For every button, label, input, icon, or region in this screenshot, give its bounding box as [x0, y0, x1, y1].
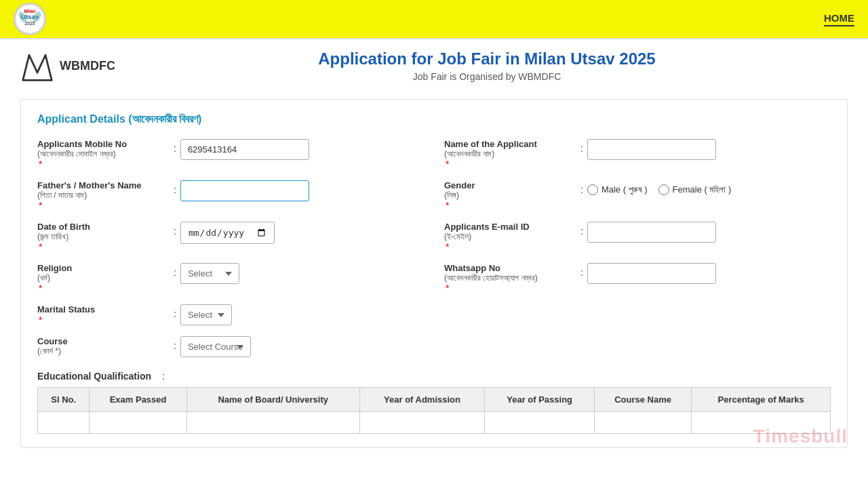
main-content: Applicant Details (আবেদনকারীর বিবরণ) App…: [0, 92, 868, 462]
whatsapp-input[interactable]: [587, 263, 716, 284]
mobile-label: Applicants Mobile No (আবেদনকারীর মোবাইল …: [37, 139, 170, 169]
dob-label: Date of Birth (জন্ম তারিখ) *: [37, 222, 170, 252]
religion-field-row: Religion (ধর্ম) * : Select Hinduism Isla…: [37, 263, 424, 293]
email-field-row: Applicants E-mail ID (ই-মেইল) * :: [444, 222, 831, 252]
fathers-field-row: Father's / Mother's Name (পিতা / মাতার ন…: [37, 180, 424, 211]
col-percentage: Percentage of Marks: [692, 388, 831, 412]
logo-area: Milan Utsav 2025: [14, 3, 46, 35]
religion-select[interactable]: Select Hinduism Islam Christianity Other: [180, 263, 239, 284]
col-slno: Sl No.: [38, 388, 90, 412]
gender-required: *: [446, 200, 449, 211]
fathers-label: Father's / Mother's Name (পিতা / মাতার ন…: [37, 180, 170, 211]
gender-field-row: Gender (লিঙ্গ) * : Male ( পুরুষ ) Female…: [444, 180, 831, 211]
cell-board: [186, 412, 359, 434]
col-year-passing: Year of Passing: [485, 388, 595, 412]
col-board: Name of Board/ University: [186, 388, 359, 412]
course-field-row: Course (কোর্স *) : Select Course B.Tech …: [37, 336, 424, 357]
cell-pct: [692, 412, 831, 434]
applicant-details-card: Applicant Details (আবেদনকারীর বিবরণ) App…: [20, 99, 848, 448]
gender-female-option[interactable]: Female ( মহিলা ): [658, 184, 732, 195]
col-year-admission: Year of Admission: [359, 388, 485, 412]
dob-input[interactable]: [180, 222, 275, 244]
email-required: *: [446, 241, 449, 252]
top-header: Milan Utsav 2025 HOME: [0, 0, 868, 39]
edu-label: Educational Qualification: [37, 371, 151, 382]
name-field-row: Name of the Applicant (আবেদনকারীর নাম) *…: [444, 139, 831, 169]
dob-field-row: Date of Birth (জন্ম তারিখ) * :: [37, 222, 424, 252]
milan-utsav-logo: Milan Utsav 2025: [14, 3, 46, 35]
course-label: Course (কোর্স *): [37, 336, 170, 356]
email-label: Applicants E-mail ID (ই-মেইল) *: [444, 222, 576, 252]
edu-section: Educational Qualification : Sl No. Exam …: [37, 371, 831, 434]
col-course-name: Course Name: [594, 388, 691, 412]
page-title: Application for Job Fair in Milan Utsav …: [126, 49, 848, 68]
name-required: *: [446, 159, 449, 169]
gender-male-radio[interactable]: [587, 184, 598, 195]
gender-female-radio[interactable]: [658, 184, 669, 195]
fathers-input[interactable]: [180, 180, 309, 201]
edu-table-header: Sl No. Exam Passed Name of Board/ Univer…: [38, 388, 831, 412]
name-label: Name of the Applicant (আবেদনকারীর নাম) *: [444, 139, 576, 169]
col-exam: Exam Passed: [90, 388, 186, 412]
edu-table: Sl No. Exam Passed Name of Board/ Univer…: [37, 387, 831, 434]
svg-marker-6: [23, 55, 52, 80]
religion-label: Religion (ধর্ম) *: [37, 263, 170, 293]
marital-label: Marital Status *: [37, 304, 170, 325]
mobile-input[interactable]: [180, 139, 309, 160]
cell-exam: [90, 412, 186, 434]
email-input[interactable]: [587, 222, 716, 243]
home-nav-link[interactable]: HOME: [824, 12, 854, 26]
gender-options: Male ( পুরুষ ) Female ( মহিলা ): [587, 180, 732, 195]
mobile-required: *: [39, 159, 42, 169]
cell-course: [594, 412, 691, 434]
sub-header: WBMDFC Application for Job Fair in Milan…: [0, 39, 868, 92]
course-select[interactable]: Select Course B.Tech M.Tech B.Sc M.Sc MB…: [180, 336, 251, 357]
edu-table-row-empty: [38, 412, 831, 434]
cell-slno: [38, 412, 90, 434]
marital-required: *: [39, 314, 42, 325]
page-subtitle: Job Fair is Organised by WBMDFC: [126, 71, 848, 82]
whatsapp-label: Whatsapp No (আবেদনকারীর হোয়াটসআ্যাপ নম্…: [444, 263, 576, 293]
gender-male-option[interactable]: Male ( পুরুষ ): [587, 184, 648, 195]
wbmdfc-logo: WBMDFC: [20, 49, 115, 83]
marital-select[interactable]: Select Single Married Divorced Widowed: [180, 304, 232, 325]
gender-label: Gender (লিঙ্গ) *: [444, 180, 576, 211]
marital-field-row: Marital Status * : Select Single Married…: [37, 304, 424, 325]
page-title-area: Application for Job Fair in Milan Utsav …: [126, 49, 848, 82]
cell-year-adm: [359, 412, 485, 434]
section-title: Applicant Details (আবেদনকারীর বিবরণ): [37, 113, 831, 125]
religion-required: *: [39, 283, 42, 293]
dob-required: *: [39, 241, 42, 252]
name-input[interactable]: [587, 139, 716, 160]
edu-label-row: Educational Qualification :: [37, 371, 831, 382]
whatsapp-required: *: [446, 283, 449, 293]
mobile-field-row: Applicants Mobile No (আবেদনকারীর মোবাইল …: [37, 139, 424, 169]
wbmdfc-label: WBMDFC: [60, 59, 115, 73]
fathers-required: *: [39, 200, 42, 211]
cell-year-pass: [485, 412, 595, 434]
whatsapp-field-row: Whatsapp No (আবেদনকারীর হোয়াটসআ্যাপ নম্…: [444, 263, 831, 293]
